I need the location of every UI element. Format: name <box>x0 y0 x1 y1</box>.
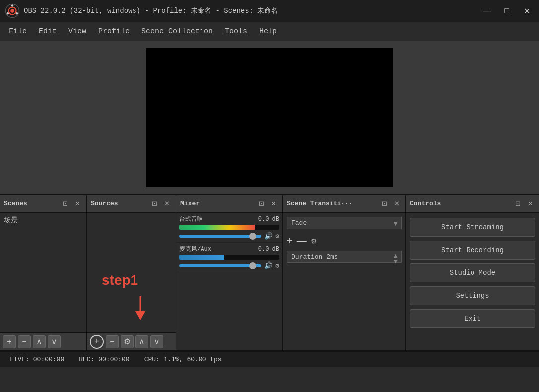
menu-file[interactable]: File <box>4 25 32 38</box>
duration-wrapper: Duration 2ms ▲▼ <box>283 249 405 265</box>
svg-point-4 <box>16 12 18 15</box>
mixer-track-1-db: 0.0 dB <box>258 216 279 223</box>
mixer-track-1-mute[interactable]: 🔊 <box>264 232 272 240</box>
sources-down-button[interactable]: ∨ <box>150 335 163 348</box>
minimize-button[interactable]: — <box>479 3 494 18</box>
controls-panel-header: Controls ⊡ ✕ <box>406 195 539 213</box>
sources-panel: Sources ⊡ ✕ step1 + − ⚙ ∧ ∨ <box>87 195 176 350</box>
mixer-panel-header: Mixer ⊡ ✕ <box>176 195 282 213</box>
mixer-track-2: 麦克风/Aux 0.0 dB 🔊 ⚙ <box>176 243 282 272</box>
sources-up-button[interactable]: ∧ <box>135 335 148 348</box>
step1-label: step1 <box>102 272 138 288</box>
scenes-float-button[interactable]: ⊡ <box>61 199 70 208</box>
sources-float-button[interactable]: ⊡ <box>150 199 159 208</box>
sources-gear-button[interactable]: ⚙ <box>121 335 134 348</box>
mixer-track-1-level <box>179 225 255 230</box>
studio-mode-button[interactable]: Studio Mode <box>410 263 535 282</box>
transition-float-button[interactable]: ⊡ <box>380 199 389 208</box>
transition-buttons: + — ⚙ <box>283 233 405 249</box>
svg-point-2 <box>10 9 14 13</box>
sources-close-button[interactable]: ✕ <box>162 199 172 208</box>
transition-panel-header: Scene Transiti··· ⊡ ✕ <box>283 195 405 213</box>
scenes-panel: Scenes ⊡ ✕ 场景 + − ∧ ∨ <box>0 195 87 350</box>
controls-panel-title: Controls <box>410 200 441 207</box>
obs-logo <box>5 3 20 18</box>
titlebar: OBS 22.0.2 (32-bit, windows) - Profile: … <box>0 0 539 22</box>
scenes-down-button[interactable]: ∨ <box>48 335 61 348</box>
mixer-close-button[interactable]: ✕ <box>269 199 278 208</box>
mixer-track-2-name: 麦克风/Aux <box>179 245 211 253</box>
mixer-track-2-header: 麦克风/Aux 0.0 dB <box>179 245 279 253</box>
transition-select[interactable]: Fade <box>287 217 402 229</box>
menu-edit[interactable]: Edit <box>34 25 62 38</box>
mixer-track-1-bar <box>179 225 279 230</box>
mixer-track-2-bar <box>179 255 279 260</box>
scenes-remove-button[interactable]: − <box>18 335 31 348</box>
close-button[interactable]: ✕ <box>519 3 534 18</box>
mixer-track-1-gear[interactable]: ⚙ <box>275 232 279 240</box>
menu-profile[interactable]: Profile <box>93 25 135 38</box>
mixer-track-1-header: 台式音响 0.0 dB <box>179 215 279 223</box>
menu-scene-collection[interactable]: Scene Collection <box>136 25 218 38</box>
mixer-track-2-controls: 🔊 ⚙ <box>179 261 279 270</box>
scenes-up-button[interactable]: ∧ <box>33 335 46 348</box>
start-streaming-button[interactable]: Start Streaming <box>410 218 535 237</box>
mixer-panel-title: Mixer <box>180 200 200 207</box>
scenes-panel-content: 场景 <box>0 213 86 332</box>
svg-point-5 <box>7 12 9 15</box>
mixer-panel-header-icons: ⊡ ✕ <box>257 199 278 208</box>
mixer-track-2-slider[interactable] <box>179 264 261 267</box>
preview-canvas <box>146 48 393 187</box>
menu-tools[interactable]: Tools <box>220 25 252 38</box>
transition-remove-button[interactable]: — <box>297 235 307 247</box>
scene-transitions-panel: Scene Transiti··· ⊡ ✕ Fade ▼ + — ⚙ Durat… <box>283 195 406 350</box>
mixer-track-1-controls: 🔊 ⚙ <box>179 232 279 240</box>
mixer-track-1-slider[interactable] <box>179 235 261 238</box>
scenes-panel-footer: + − ∧ ∨ <box>0 332 86 350</box>
rec-timer: REC: 00:00:00 <box>79 356 129 363</box>
controls-panel: Controls ⊡ ✕ Start Streaming Start Recor… <box>406 195 539 350</box>
mixer-track-2-mute[interactable]: 🔊 <box>264 261 272 270</box>
controls-close-button[interactable]: ✕ <box>526 199 535 208</box>
controls-panel-header-icons: ⊡ ✕ <box>513 199 535 208</box>
cpu-fps: CPU: 1.1%, 60.00 fps <box>144 356 222 363</box>
mixer-float-button[interactable]: ⊡ <box>257 199 266 208</box>
sources-panel-header-icons: ⊡ ✕ <box>150 199 172 208</box>
mixer-track-2-gear[interactable]: ⚙ <box>275 262 279 270</box>
menu-help[interactable]: Help <box>254 25 282 38</box>
transition-select-wrapper: Fade ▼ <box>283 213 405 233</box>
mixer-panel: Mixer ⊡ ✕ 台式音响 0.0 dB 🔊 <box>176 195 283 350</box>
sources-remove-button[interactable]: − <box>106 335 119 348</box>
transition-close-button[interactable]: ✕ <box>392 199 402 208</box>
transition-panel-title: Scene Transiti··· <box>287 200 353 207</box>
step1-arrow-icon <box>131 296 150 321</box>
mixer-track-1: 台式音响 0.0 dB 🔊 ⚙ <box>176 213 282 243</box>
svg-point-3 <box>11 4 14 7</box>
maximize-button[interactable]: □ <box>499 3 514 18</box>
transition-panel-content: Fade ▼ + — ⚙ Duration 2ms ▲▼ <box>283 213 405 350</box>
scene-item[interactable]: 场景 <box>0 213 86 228</box>
duration-select[interactable]: Duration 2ms <box>287 251 402 263</box>
transition-add-button[interactable]: + <box>287 235 293 247</box>
controls-panel-content: Start Streaming Start Recording Studio M… <box>406 213 539 350</box>
mixer-track-1-name: 台式音响 <box>179 215 203 223</box>
mixer-track-2-db: 0.0 dB <box>258 246 279 253</box>
scenes-close-button[interactable]: ✕ <box>73 199 82 208</box>
controls-float-button[interactable]: ⊡ <box>513 199 523 208</box>
sources-panel-content: step1 <box>87 213 176 332</box>
menu-view[interactable]: View <box>64 25 91 38</box>
mixer-panel-content: 台式音响 0.0 dB 🔊 ⚙ 麦克风/Aux 0.0 <box>176 213 282 350</box>
menubar: File Edit View Profile Scene Collection … <box>0 22 539 41</box>
preview-area <box>0 41 539 195</box>
panel-row: Scenes ⊡ ✕ 场景 + − ∧ ∨ Sources ⊡ ✕ step1 <box>0 195 539 351</box>
settings-button[interactable]: Settings <box>410 286 535 305</box>
window-controls: — □ ✕ <box>479 3 534 18</box>
transition-gear-button[interactable]: ⚙ <box>311 237 317 245</box>
exit-button[interactable]: Exit <box>410 309 535 328</box>
transition-panel-header-icons: ⊡ ✕ <box>380 199 402 208</box>
mixer-track-2-thumb <box>249 262 256 269</box>
scenes-add-button[interactable]: + <box>3 335 16 348</box>
start-recording-button[interactable]: Start Recording <box>410 241 535 260</box>
live-timer: LIVE: 00:00:00 <box>10 356 64 363</box>
sources-add-button[interactable]: + <box>90 335 104 349</box>
